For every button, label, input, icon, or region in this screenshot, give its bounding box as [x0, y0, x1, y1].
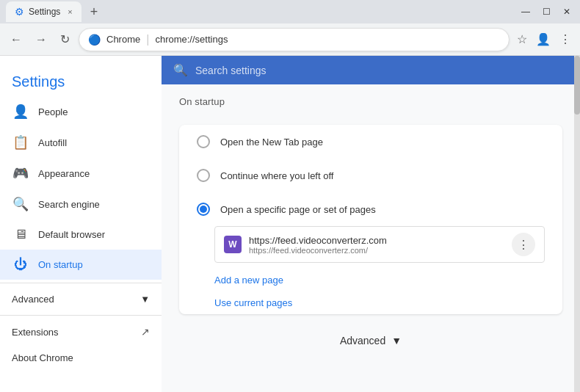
option-label-specific-page: Open a specific page or set of pages	[220, 204, 376, 215]
on-startup-icon: ⏻	[12, 257, 29, 272]
tab-strip: ⚙ Settings × +	[6, 1, 104, 22]
window-controls: — ☐ ✕	[518, 7, 574, 17]
new-tab-button[interactable]: +	[84, 3, 104, 21]
option-new-tab[interactable]: Open the New Tab page	[179, 125, 562, 159]
address-url: chrome://settings	[155, 34, 228, 45]
url-text-block: https://feed.videoconverterz.com https:/…	[249, 235, 504, 255]
bookmark-icon[interactable]: ☆	[514, 29, 530, 49]
option-label-new-tab: Open the New Tab page	[220, 137, 323, 148]
sidebar-label-search-engine: Search engine	[38, 199, 100, 210]
sidebar-divider	[0, 283, 162, 283]
restore-button[interactable]: ☐	[539, 7, 554, 17]
sidebar-label-people: People	[38, 106, 68, 117]
profile-icon[interactable]: 👤	[533, 29, 554, 49]
content-area: 🔍 On startup Open the New Tab page Conti…	[162, 56, 580, 392]
nav-right-icons: ☆ 👤 ⋮	[514, 29, 574, 49]
sidebar-advanced[interactable]: Advanced ▼	[0, 286, 162, 312]
tab-title: Settings	[29, 7, 60, 17]
sidebar-item-autofill[interactable]: 📋 Autofill	[0, 127, 162, 158]
minimize-button[interactable]: —	[518, 7, 533, 17]
autofill-icon: 📋	[12, 134, 29, 150]
refresh-button[interactable]: ↻	[56, 29, 74, 49]
add-new-page-link[interactable]: Add a new page	[179, 269, 562, 291]
sidebar-title: Settings	[0, 62, 162, 96]
section-title-startup: On startup	[162, 84, 580, 113]
close-window-button[interactable]: ✕	[559, 7, 574, 17]
sidebar-divider-2	[0, 315, 162, 316]
sidebar-label-on-startup: On startup	[38, 259, 83, 270]
breadcrumb-site: Chrome	[106, 34, 140, 45]
scrollbar[interactable]	[574, 56, 580, 392]
radio-new-tab[interactable]	[197, 135, 210, 148]
option-label-continue: Continue where you left off	[220, 170, 333, 181]
sidebar-item-search-engine[interactable]: 🔍 Search engine	[0, 189, 162, 219]
advanced-row[interactable]: Advanced ▼	[162, 326, 580, 355]
scroll-thumb[interactable]	[574, 56, 580, 115]
radio-inner-dot	[200, 206, 207, 213]
default-browser-icon: 🖥	[12, 227, 29, 242]
option-specific-page[interactable]: Open a specific page or set of pages	[179, 192, 562, 226]
close-tab-button[interactable]: ×	[68, 7, 72, 16]
address-bar[interactable]: 🔵 Chrome | chrome://settings	[79, 28, 510, 51]
sidebar: Settings 👤 People 📋 Autofill 🎮 Appearanc…	[0, 56, 162, 392]
settings-content: On startup Open the New Tab page Continu…	[162, 84, 580, 392]
radio-continue[interactable]	[197, 169, 210, 182]
nav-bar: ← → ↻ 🔵 Chrome | chrome://settings ☆ 👤 ⋮	[0, 23, 580, 56]
url-more-button[interactable]: ⋮	[512, 233, 535, 256]
url-entry: W https://feed.videoconverterz.com https…	[214, 226, 545, 263]
url-sub: https://feed.videoconverterz.com/	[249, 246, 504, 255]
sidebar-item-about[interactable]: About Chrome	[0, 345, 162, 371]
url-favicon: W	[224, 236, 242, 253]
people-icon: 👤	[12, 104, 29, 120]
use-current-pages-link[interactable]: Use current pages	[179, 291, 562, 314]
tab-favicon: ⚙	[15, 6, 24, 18]
forward-button[interactable]: →	[31, 30, 51, 49]
sidebar-label-default-browser: Default browser	[38, 229, 105, 240]
advanced-row-arrow-icon: ▼	[391, 335, 402, 346]
sidebar-item-default-browser[interactable]: 🖥 Default browser	[0, 219, 162, 250]
appearance-icon: 🎮	[12, 165, 29, 181]
advanced-row-label: Advanced	[340, 335, 385, 346]
title-bar: ⚙ Settings × + — ☐ ✕	[0, 0, 580, 23]
search-engine-icon: 🔍	[12, 196, 29, 212]
sidebar-label-appearance: Appearance	[38, 168, 90, 179]
startup-options-card: Open the New Tab page Continue where you…	[179, 125, 562, 314]
advanced-label: Advanced	[12, 294, 54, 305]
back-button[interactable]: ←	[6, 30, 26, 49]
sidebar-item-on-startup[interactable]: ⏻ On startup	[0, 250, 162, 280]
sidebar-item-people[interactable]: 👤 People	[0, 96, 162, 127]
search-input[interactable]	[195, 65, 568, 76]
sidebar-item-extensions[interactable]: Extensions ↗	[0, 319, 162, 345]
sidebar-label-autofill: Autofill	[38, 137, 67, 148]
search-bar: 🔍	[162, 56, 580, 84]
sidebar-label-extensions: Extensions	[12, 327, 59, 338]
settings-tab[interactable]: ⚙ Settings ×	[6, 1, 81, 22]
option-continue[interactable]: Continue where you left off	[179, 159, 562, 192]
search-icon: 🔍	[173, 63, 188, 77]
radio-specific-page[interactable]	[197, 203, 210, 216]
advanced-arrow-icon: ▼	[140, 294, 150, 305]
menu-icon[interactable]: ⋮	[557, 29, 574, 49]
url-main: https://feed.videoconverterz.com	[249, 235, 504, 246]
main-container: Settings 👤 People 📋 Autofill 🎮 Appearanc…	[0, 56, 580, 392]
extensions-external-icon: ↗	[141, 326, 150, 338]
breadcrumb-separator: |	[146, 33, 149, 46]
sidebar-label-about: About Chrome	[12, 352, 73, 363]
sidebar-item-appearance[interactable]: 🎮 Appearance	[0, 158, 162, 189]
site-icon: 🔵	[88, 34, 101, 46]
